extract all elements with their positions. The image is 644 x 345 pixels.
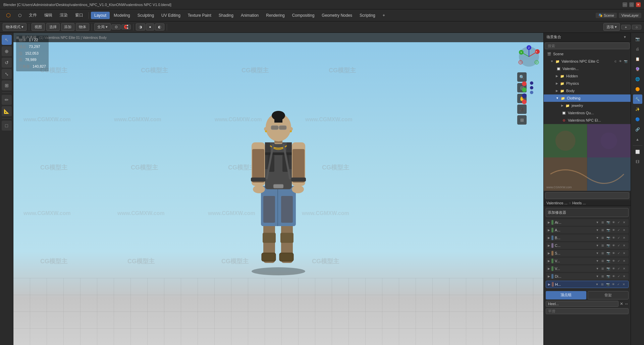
- mod-icon-a2-5[interactable]: ✓: [616, 228, 621, 232]
- prop-tab-render[interactable]: 📷: [633, 34, 642, 44]
- outliner-item-body[interactable]: ▶ 📁 Body: [544, 87, 631, 94]
- workspace-uv[interactable]: UV Editing: [158, 12, 184, 19]
- cursor-tool[interactable]: ↖: [2, 35, 12, 45]
- view-menu[interactable]: 视图: [32, 23, 45, 31]
- minimize-button[interactable]: —: [623, 2, 627, 7]
- mod-icon-a2-4[interactable]: 👁: [611, 228, 616, 232]
- render-menu[interactable]: 编辑: [41, 11, 56, 19]
- transform-global[interactable]: 全局 ▾: [94, 23, 111, 31]
- prop-tab-output[interactable]: 🖨: [633, 44, 642, 54]
- modifier-di-header[interactable]: ▶ Di... ▼ ⊞ 📷 👁 ✓ ✕: [546, 273, 629, 280]
- overlay-toggle[interactable]: 选项 ▾: [603, 23, 620, 31]
- prop-tab-object[interactable]: 🟠: [633, 84, 642, 94]
- workspace-layout[interactable]: Layout: [91, 12, 110, 19]
- prop-tab-modifiers[interactable]: 🔧: [633, 94, 642, 104]
- workspace-add[interactable]: +: [379, 12, 388, 19]
- modifier-s1-header[interactable]: ▶ S... ▼ ⊞ 📷 👁 ✓ ✕: [546, 250, 629, 257]
- outliner-item-physics[interactable]: ▶ 📁 Physics: [544, 80, 631, 87]
- viewport-shading-render[interactable]: ◐: [155, 23, 164, 30]
- prop-tab-constraints[interactable]: 🔗: [633, 125, 642, 134]
- vg-name-field[interactable]: Heel...: [546, 301, 619, 307]
- modifier-a2-header[interactable]: ▶ A... ▼ ⊞ 📷 👁 ✓ ✕: [546, 227, 629, 233]
- modifier-v1-header[interactable]: ▶ V... ▼ ⊞ 📷 👁 ✓ ✕: [546, 258, 629, 264]
- modifier-b1-header[interactable]: ▶ B... ▼ ⊞ 📷 👁 ✓ ✕: [546, 234, 629, 241]
- render-props-btn[interactable]: 🎞: [633, 157, 642, 166]
- camera-btn[interactable]: 🎥: [517, 105, 527, 114]
- outliner-item-valentin[interactable]: 🔲 Valentin...: [544, 65, 631, 72]
- mod-icon-5[interactable]: ✓: [616, 220, 621, 225]
- smooth-field[interactable]: [546, 308, 629, 314]
- outliner-search[interactable]: [545, 43, 630, 49]
- mod-icon-2[interactable]: ⊞: [600, 220, 605, 225]
- add-cube-tool[interactable]: □: [2, 121, 12, 131]
- file-menu[interactable]: ⬡: [15, 12, 25, 19]
- workspace-sculpting[interactable]: Sculpting: [134, 12, 157, 19]
- modifier-h1-header[interactable]: ▶ H... ▼ ⊞ 📷 👁 ✓ ✕: [546, 281, 628, 288]
- outliner-item-jewelry[interactable]: ▶ 📁 jewelry: [544, 102, 631, 109]
- mod-close-a2[interactable]: ✕: [622, 228, 627, 232]
- annotate-tool[interactable]: ✏: [2, 95, 12, 105]
- outliner-item-vq[interactable]: 🔲 Valentinos Qu...: [544, 109, 631, 117]
- prop-tab-view-layer[interactable]: 📋: [633, 54, 642, 64]
- workspace-compositing[interactable]: Compositing: [289, 12, 318, 19]
- align-view-btn[interactable]: ⊞: [517, 115, 527, 125]
- mode-select[interactable]: 物体模式 ▾: [3, 23, 26, 31]
- prop-tab-physics[interactable]: 🔵: [633, 115, 642, 124]
- prop-tab-world[interactable]: 🌐: [633, 74, 642, 84]
- object-menu[interactable]: 物体: [76, 23, 89, 31]
- snap-toggle[interactable]: 🧲: [121, 24, 131, 29]
- prop-tab-particles[interactable]: ✨: [633, 105, 642, 114]
- mod-icon-a2-1[interactable]: ▼: [595, 228, 600, 232]
- vis-eye[interactable]: 👁: [618, 59, 623, 64]
- mod-icon-4[interactable]: 👁: [611, 220, 616, 225]
- outliner-item-npc-elite[interactable]: ▼ 📁 Valentinos NPC Elite C C 👁 📷: [544, 58, 631, 65]
- breadcrumb-item-2[interactable]: Heels ...: [572, 201, 586, 205]
- window-menu[interactable]: 渲染: [56, 11, 71, 19]
- outliner-item-scene[interactable]: 🎬 Scene: [544, 50, 631, 58]
- scene-mode-btn[interactable]: ⬜: [633, 147, 642, 156]
- rotate-tool[interactable]: ↺: [2, 58, 12, 68]
- axis-gizmo[interactable]: X Y Z: [517, 45, 541, 68]
- workspace-texture[interactable]: Texture Paint: [184, 12, 215, 19]
- modifier-c1-header[interactable]: ▶ C... ▼ ⊞ 📷 👁 ✓ ✕: [546, 242, 629, 249]
- mod-icon-a2-3[interactable]: 📷: [606, 228, 610, 232]
- workspace-geometry[interactable]: Geometry Nodes: [318, 12, 356, 19]
- breadcrumb-item-1[interactable]: Valentinos ...: [546, 201, 568, 205]
- overlay-btn[interactable]: ○: [632, 25, 641, 29]
- scale-tool[interactable]: ⤡: [2, 69, 12, 79]
- transform-tool[interactable]: ⊞: [2, 80, 12, 90]
- viewport-shading-mat[interactable]: ●: [146, 23, 154, 30]
- zoom-in-btn[interactable]: 🔍: [517, 72, 527, 82]
- vertex-group-tab[interactable]: 顶点组: [546, 291, 586, 299]
- workspace-animation[interactable]: Animation: [237, 12, 262, 19]
- vg-arrow-btn[interactable]: ↔: [625, 301, 629, 306]
- viewport-shading-solid[interactable]: ◑: [136, 23, 145, 30]
- outliner-item-vel[interactable]: ⚙ Valentinos NPC El...: [544, 117, 631, 124]
- workspace-scripting[interactable]: Scripting: [356, 12, 379, 19]
- outliner-filter-btn[interactable]: ▼: [622, 34, 628, 40]
- blender-menu[interactable]: ⬡: [3, 11, 14, 20]
- maximize-button[interactable]: □: [629, 2, 634, 7]
- gizmo-toggle[interactable]: +: [621, 25, 631, 29]
- outliner-item-hidden[interactable]: ▶ 📁 Hidden: [544, 72, 631, 80]
- close-button[interactable]: ✕: [636, 2, 641, 7]
- vis-render[interactable]: 📷: [623, 59, 628, 64]
- select-menu[interactable]: 选择: [46, 23, 60, 31]
- modifier-v2-header[interactable]: ▶ V... ▼ ⊞ 📷 👁 ✓ ✕: [546, 265, 629, 272]
- mod-close-ar[interactable]: ✕: [622, 220, 627, 225]
- workspace-modeling[interactable]: Modeling: [110, 12, 133, 19]
- proportional-edit[interactable]: ⊙: [111, 24, 121, 29]
- mod-icon-3[interactable]: 📷: [606, 220, 610, 225]
- prop-tab-scene[interactable]: 🔮: [633, 64, 642, 74]
- add-modifier-button[interactable]: 添加修改器: [546, 208, 629, 217]
- properties-search[interactable]: [545, 192, 629, 199]
- prop-tab-data[interactable]: ▲: [633, 135, 642, 144]
- vg-close-btn[interactable]: ✕: [620, 301, 623, 306]
- modifier-ar-header[interactable]: ▶ Ar... ▼ ⊞ 📷 👁 ✓ ✕: [546, 219, 629, 226]
- edit-menu[interactable]: 文件: [25, 11, 40, 19]
- mod-icon-a2-2[interactable]: ⊞: [600, 228, 605, 232]
- viewport-3d[interactable]: CG模型主 CG模型主 CG模型主 CG模型主 www.CGMXW.com ww…: [13, 33, 543, 345]
- armature-tab[interactable]: 骨架: [588, 291, 629, 299]
- help-menu[interactable]: 窗口: [72, 11, 87, 19]
- workspace-rendering[interactable]: Rendering: [263, 12, 288, 19]
